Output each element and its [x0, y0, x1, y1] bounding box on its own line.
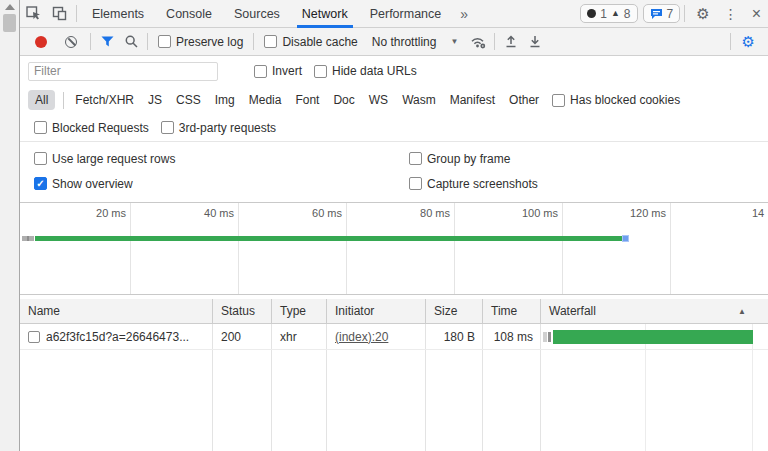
throttling-value: No throttling — [372, 35, 437, 49]
column-header-type[interactable]: Type — [272, 299, 327, 323]
request-row[interactable]: a62f3fc15d?a=26646473... 200 xhr (index)… — [20, 324, 768, 350]
column-header-time[interactable]: Time — [483, 299, 541, 323]
tick-label: 100 ms — [488, 207, 558, 219]
kebab-menu-icon[interactable]: ⋮ — [717, 7, 745, 21]
tab-label: Performance — [370, 7, 442, 21]
more-tabs-icon[interactable]: » — [452, 6, 476, 22]
record-button[interactable] — [35, 36, 47, 48]
column-header-size[interactable]: Size — [426, 299, 483, 323]
checkbox-icon — [409, 177, 422, 190]
group-by-frame-label: Group by frame — [427, 152, 510, 166]
scrollbar-thumb[interactable] — [3, 14, 16, 32]
divider — [90, 33, 91, 50]
type-filter-doc[interactable]: Doc — [328, 90, 359, 110]
network-toolbar: Preserve log Disable cache No throttling… — [20, 28, 768, 56]
tab-label: Sources — [234, 7, 280, 21]
settings-gear-icon[interactable]: ⚙ — [689, 6, 716, 21]
throttling-dropdown[interactable]: No throttling ▼ — [364, 35, 467, 49]
type-filter-other[interactable]: Other — [504, 90, 544, 110]
import-har-icon[interactable] — [499, 30, 523, 54]
waterfall-bar — [553, 330, 753, 344]
type-filter-wasm[interactable]: Wasm — [397, 90, 441, 110]
type-filter-manifest[interactable]: Manifest — [445, 90, 500, 110]
capture-screenshots-checkbox[interactable]: Capture screenshots — [403, 177, 544, 191]
size-value: 180 B — [444, 330, 475, 344]
close-icon[interactable]: × — [745, 6, 768, 22]
column-label: Size — [434, 304, 457, 318]
checkbox-icon — [552, 94, 565, 107]
tab-label: Network — [302, 7, 348, 21]
show-overview-checkbox[interactable]: Show overview — [28, 177, 395, 191]
type-filter-js[interactable]: JS — [143, 90, 167, 110]
filter-input[interactable] — [28, 62, 218, 81]
checkbox-icon — [161, 121, 174, 134]
devtools-panel: Elements Console Sources Network Perform… — [19, 0, 768, 451]
hide-data-urls-checkbox[interactable]: Hide data URLs — [308, 64, 423, 78]
search-icon[interactable] — [119, 30, 143, 54]
issues-count: 7 — [667, 7, 674, 21]
tick-label: 80 ms — [380, 207, 450, 219]
row-checkbox[interactable] — [28, 331, 40, 343]
time-value: 108 ms — [494, 330, 533, 344]
export-har-icon[interactable] — [523, 30, 547, 54]
type-filter-css[interactable]: CSS — [171, 90, 206, 110]
checkbox-icon — [314, 65, 327, 78]
inspect-element-icon[interactable] — [20, 1, 46, 27]
checkbox-icon — [34, 152, 47, 165]
issues-badge[interactable]: 7 — [643, 4, 681, 23]
empty-column — [327, 350, 426, 451]
blocked-requests-checkbox[interactable]: Blocked Requests — [28, 121, 155, 135]
overview-gridline — [562, 203, 563, 294]
overview-bar-endcap — [622, 235, 629, 242]
disable-cache-checkbox[interactable]: Disable cache — [258, 35, 363, 49]
empty-column — [272, 350, 327, 451]
column-label: Time — [491, 304, 517, 318]
device-toolbar-icon[interactable] — [46, 1, 72, 27]
type-filter-img[interactable]: Img — [210, 90, 240, 110]
tab-performance[interactable]: Performance — [359, 0, 453, 28]
filter-bar: Invert Hide data URLs — [20, 56, 768, 86]
tab-sources[interactable]: Sources — [223, 0, 291, 28]
waterfall-stall-tick — [548, 332, 551, 342]
preserve-log-checkbox[interactable]: Preserve log — [152, 35, 249, 49]
type-filter-ws[interactable]: WS — [364, 90, 393, 110]
sort-ascending-icon[interactable]: ▲ — [738, 307, 746, 316]
tab-elements[interactable]: Elements — [81, 0, 155, 28]
column-header-status[interactable]: Status — [213, 299, 272, 323]
blocked-filters-row: Blocked Requests 3rd-party requests — [20, 114, 768, 142]
tab-network[interactable]: Network — [291, 0, 359, 28]
show-overview-label: Show overview — [52, 177, 133, 191]
tick-label: 60 ms — [272, 207, 342, 219]
clear-icon[interactable] — [65, 36, 77, 48]
overview-queue-bar — [22, 236, 34, 241]
type-filter-all[interactable]: All — [28, 90, 55, 110]
checkbox-icon — [264, 35, 277, 48]
column-header-initiator[interactable]: Initiator — [327, 299, 426, 323]
use-large-rows-checkbox[interactable]: Use large request rows — [28, 152, 395, 166]
tab-console[interactable]: Console — [155, 0, 223, 28]
invert-checkbox[interactable]: Invert — [248, 64, 308, 78]
tab-label: Console — [166, 7, 212, 21]
column-label: Type — [280, 304, 306, 318]
third-party-requests-checkbox[interactable]: 3rd-party requests — [155, 121, 282, 135]
type-filter-fetch-xhr[interactable]: Fetch/XHR — [70, 90, 139, 110]
network-conditions-icon[interactable] — [466, 30, 490, 54]
cell-size: 180 B — [426, 324, 483, 349]
network-overview-timeline[interactable]: 20 ms 40 ms 60 ms 80 ms 100 ms 120 ms 14 — [20, 202, 768, 295]
options-row-2: Show overview Capture screenshots — [20, 171, 768, 196]
requests-table-header: Name Status Type Initiator Size Time Wat… — [20, 299, 768, 324]
group-by-frame-checkbox[interactable]: Group by frame — [403, 152, 516, 166]
column-header-waterfall[interactable]: Waterfall ▲ — [541, 299, 768, 323]
initiator-link[interactable]: (index):20 — [335, 330, 388, 344]
page-scrollbar[interactable] — [0, 0, 19, 451]
errors-warnings-badge[interactable]: 1 ▲ 8 — [580, 4, 637, 23]
capture-screenshots-label: Capture screenshots — [427, 177, 538, 191]
network-settings-gear-icon[interactable]: ⚙ — [735, 34, 762, 49]
type-filter-font[interactable]: Font — [290, 90, 324, 110]
column-header-name[interactable]: Name — [20, 299, 213, 323]
column-label: Name — [28, 304, 60, 318]
has-blocked-cookies-checkbox[interactable]: Has blocked cookies — [546, 93, 686, 107]
scrollbar-up-arrow-icon[interactable] — [5, 4, 15, 10]
filter-funnel-icon[interactable] — [95, 30, 119, 54]
type-filter-media[interactable]: Media — [244, 90, 287, 110]
